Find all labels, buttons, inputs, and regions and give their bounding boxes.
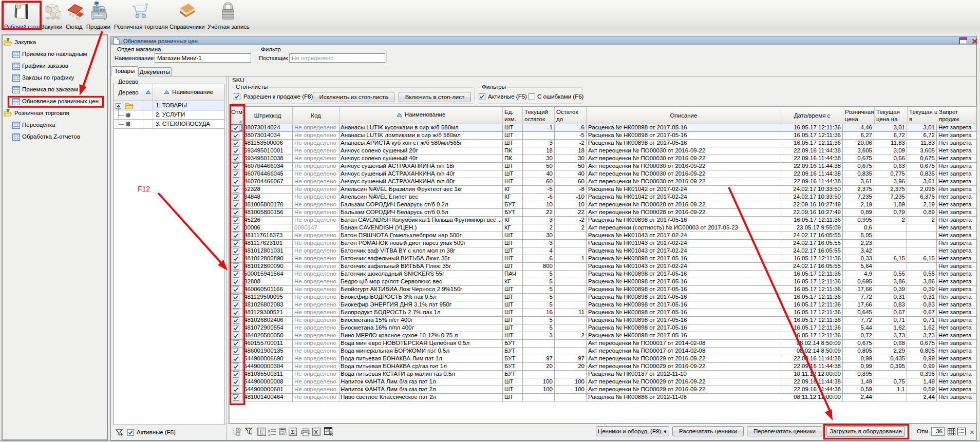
svg-text:10: 10: [16, 4, 21, 8]
svg-text:3: 3: [268, 433, 270, 436]
svg-text:X: X: [314, 429, 318, 435]
svg-text:Σ: Σ: [291, 429, 295, 435]
